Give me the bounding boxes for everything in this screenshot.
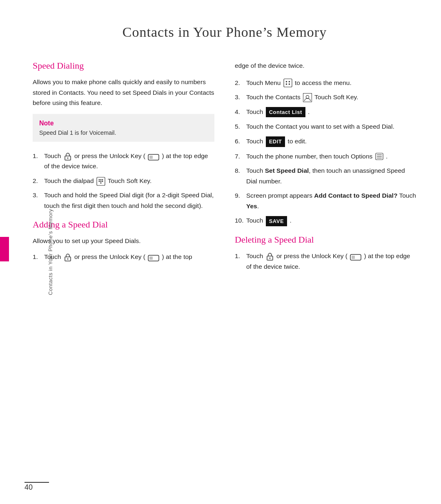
svg-point-6 xyxy=(100,179,101,180)
speed-dialing-heading: Speed Dialing xyxy=(33,60,214,71)
right-column: edge of the device twice. 2. Touch Menu xyxy=(235,60,416,280)
lock-icon-2 xyxy=(64,253,72,262)
list-item: 9. Screen prompt appears Add Contact to … xyxy=(235,190,416,211)
svg-point-10 xyxy=(102,181,103,182)
contact-list-button: Contact List xyxy=(266,107,305,117)
page-title: Contacts in Your Phone’s Memory xyxy=(33,25,416,40)
adding-speed-dial-steps: 1. Touch or press the Unlock Key ( xyxy=(33,252,214,262)
unlock-key-icon-3 xyxy=(350,253,361,260)
list-item: 3. Touch and hold the Speed Dial digit (… xyxy=(33,190,214,211)
list-item: 1. Touch or press the Unlock Key ( xyxy=(33,252,214,262)
svg-rect-16 xyxy=(284,79,292,87)
left-column: Speed Dialing Allows you to make phone c… xyxy=(33,60,214,270)
speed-dialing-body: Allows you to make phone calls quickly a… xyxy=(33,77,214,108)
columns-layout: Speed Dialing Allows you to make phone c… xyxy=(33,60,416,280)
adding-speed-dial-body: Allows you to set up your Speed Dials. xyxy=(33,236,214,246)
list-item: 7. Touch the phone number, then touch Op… xyxy=(235,151,416,162)
svg-point-13 xyxy=(67,258,68,259)
edit-button: EDIT xyxy=(266,136,285,147)
list-item: 1. Touch or press the Unlock Key ( xyxy=(33,151,214,172)
note-text: Speed Dial 1 is for Voicemail. xyxy=(39,129,208,136)
svg-point-17 xyxy=(285,81,287,83)
pink-tab xyxy=(0,237,9,261)
unlock-key-icon-2 xyxy=(148,254,159,261)
deleting-speed-dial-steps: 1. Touch or press the Unlock Key ( xyxy=(235,251,416,272)
save-button: SAVE xyxy=(266,216,287,226)
note-box: Note Speed Dial 1 is for Voicemail. xyxy=(33,114,214,142)
adding-speed-dial-heading: Adding a Speed Dial xyxy=(33,219,214,230)
list-item: 10. Touch SAVE . xyxy=(235,215,416,226)
svg-point-27 xyxy=(269,257,270,259)
menu-grid-icon xyxy=(283,78,292,87)
dialpad-icon xyxy=(96,177,105,186)
list-item: 2. Touch the dialpad xyxy=(33,176,214,186)
svg-rect-29 xyxy=(352,256,355,259)
svg-point-21 xyxy=(306,96,309,98)
list-item: 3. Touch the Contacts Touch Soft Key. xyxy=(235,92,416,103)
svg-point-18 xyxy=(288,81,290,83)
list-item: 6. Touch EDIT to edit. xyxy=(235,136,416,147)
svg-point-19 xyxy=(285,84,287,85)
svg-point-8 xyxy=(98,181,100,182)
svg-point-5 xyxy=(98,179,100,180)
svg-point-11 xyxy=(100,182,101,183)
main-content: Contacts in Your Phone’s Memory Speed Di… xyxy=(33,25,416,280)
unlock-key-icon xyxy=(148,153,159,160)
svg-point-7 xyxy=(102,179,103,180)
right-col-continuation: edge of the device twice. xyxy=(235,60,416,71)
speed-dialing-steps: 1. Touch or press the Unlock Key ( xyxy=(33,151,214,211)
svg-point-1 xyxy=(67,157,68,158)
contacts-icon xyxy=(303,93,312,102)
svg-point-20 xyxy=(288,84,290,85)
svg-rect-3 xyxy=(149,156,153,159)
deleting-speed-dial-heading: Deleting a Speed Dial xyxy=(235,234,416,245)
page-number: 40 xyxy=(24,483,33,492)
list-item: 1. Touch or press the Unlock Key ( xyxy=(235,251,416,272)
note-label: Note xyxy=(39,120,208,127)
options-icon xyxy=(375,153,383,160)
svg-rect-15 xyxy=(149,256,153,260)
list-item: 4. Touch Contact List . xyxy=(235,107,416,118)
page-divider xyxy=(24,482,49,483)
svg-point-9 xyxy=(100,181,101,182)
page-container: Contacts in Your Phone’s Memory 40 Conta… xyxy=(0,0,441,504)
list-item: 8. Touch Set Speed Dial, then touch an u… xyxy=(235,165,416,186)
lock-icon-3 xyxy=(266,252,274,261)
adding-speed-dial-steps-right: 2. Touch Menu to access the menu. xyxy=(235,78,416,226)
list-item: 2. Touch Menu to access the menu. xyxy=(235,78,416,88)
list-item: 5. Touch the Contact you want to set wit… xyxy=(235,121,416,132)
lock-icon xyxy=(64,152,72,161)
